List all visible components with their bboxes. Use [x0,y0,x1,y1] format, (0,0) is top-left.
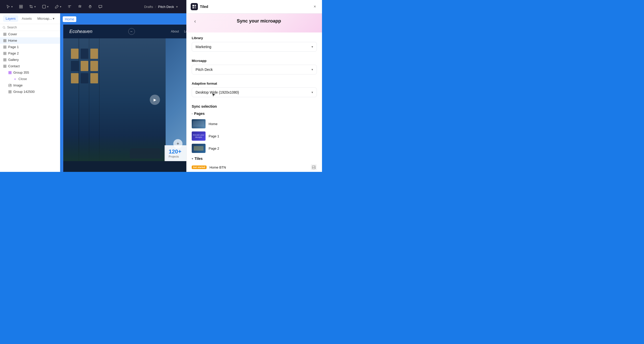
sync-header: ‹ Sync your microapp [192,18,317,27]
layer-gallery-label: Gallery [8,58,19,62]
svg-rect-27 [4,65,5,66]
tiles-collapse-icon: ▾ [192,157,193,160]
text-tool[interactable]: T [66,3,74,10]
stat1-label: Projects [169,155,181,158]
layer-home[interactable]: Home [0,37,60,44]
svg-rect-33 [9,73,10,74]
crop-tool[interactable]: ▾ [27,3,38,10]
editor-container: ▾ ▾ ▾ ▾ T [0,0,322,172]
layer-page1-label: Page 1 [8,45,19,49]
pages-header[interactable]: › Pages [192,112,317,116]
svg-rect-43 [192,7,194,8]
svg-rect-1 [21,5,23,6]
page-thumb-page2 [192,144,206,153]
svg-rect-44 [195,7,196,8]
page-thumb-page1: Elevate your lifestyle [192,131,206,141]
svg-rect-12 [5,39,6,40]
page2-label: Page 2 [209,147,219,150]
stat1-number: 120+ [169,148,181,155]
svg-rect-24 [5,59,6,60]
layer-contact[interactable]: Contact [0,63,60,69]
sync-selection: Sync selection › Pages Home [187,101,322,172]
panel-header-left: Tiled [191,3,208,10]
layer-gallery[interactable]: Gallery [0,57,60,63]
layer-cover[interactable]: Cover [0,31,60,37]
breadcrumb-drafts[interactable]: Drafts [144,5,153,9]
adaptive-format-label: Adaptive format [192,82,317,85]
svg-point-46 [314,166,315,167]
svg-rect-16 [5,46,6,47]
sync-selection-title: Sync selection [192,104,317,108]
tile-homebtn-label: Home BTN [210,165,226,169]
frame-tool[interactable] [17,3,25,10]
layer-group142500[interactable]: Group 142500 [0,88,60,95]
grid-icon [3,32,7,36]
svg-rect-41 [192,5,194,6]
group-icon-355 [8,71,12,74]
component-tool[interactable] [76,3,84,10]
nav-about: About [171,30,179,33]
svg-rect-42 [195,5,196,6]
svg-rect-0 [19,5,21,6]
svg-rect-25 [4,60,5,61]
svg-rect-9 [4,35,5,36]
layer-page2[interactable]: Page 2 [0,50,60,57]
pen-tool[interactable]: ▾ [53,3,63,10]
svg-rect-8 [5,33,6,34]
comment-tool[interactable] [96,3,104,10]
svg-text:T: T [68,6,69,8]
tiled-icon [192,4,197,9]
svg-rect-14 [5,41,6,42]
layer-page1[interactable]: Page 1 [0,44,60,50]
svg-rect-28 [5,65,6,66]
tab-assets[interactable]: Assets [19,15,34,22]
pages-section: › Pages Home [192,112,317,154]
svg-rect-11 [4,39,5,40]
adaptive-format-value: Desktop Wide (1920x1080) [196,90,239,94]
toolbar-breadcrumb: Drafts / Pitch Deck ▾ [144,5,178,9]
svg-rect-21 [4,54,5,55]
tab-microapp[interactable]: Microap... ▾ [35,15,57,22]
svg-rect-17 [4,47,5,48]
search-input[interactable] [7,26,57,29]
layer-image[interactable]: Image [0,82,60,88]
grid-icon-gallery [3,58,7,62]
canvas-home-label[interactable]: Home [63,16,76,22]
svg-rect-7 [4,33,5,34]
breadcrumb-chevron[interactable]: ▾ [176,5,178,9]
layer-close-label: Close [18,77,27,81]
breadcrumb-separator: / [155,5,156,9]
panel-close-button[interactable]: × [312,4,318,10]
select-tool[interactable]: ▾ [4,3,15,10]
tiles-section: ▾ Tiles Get started Home BTN [192,157,317,172]
microapp-select[interactable]: Pitch Deck ▾ [192,65,317,74]
microapp-value: Pitch Deck [196,68,213,72]
page-item-home: Home [192,118,317,130]
tab-layers[interactable]: Layers [3,15,18,22]
back-button[interactable]: ‹ [192,18,198,24]
grid-icon-contact [3,64,7,68]
play-button[interactable]: ▶ [150,95,160,105]
search-icon [3,26,6,29]
adaptive-format-select[interactable]: Desktop Wide (1920x1080) ▾ [192,87,317,97]
hand-tool[interactable] [86,3,94,10]
adaptive-format-chevron: ▾ [312,91,313,94]
page-home-label: Home [209,122,218,126]
svg-rect-38 [10,91,11,92]
library-value: Marketing [196,45,211,49]
layer-image-label: Image [13,83,23,87]
layer-group355[interactable]: Group 355 [0,69,60,76]
adaptive-format-section: Adaptive format Desktop Wide (1920x1080)… [187,78,322,101]
page-thumb-home [192,119,206,128]
sync-title: Sync your microapp [201,18,317,24]
svg-rect-19 [4,52,5,53]
left-sidebar: Layers Assets Microap... ▾ Cover [0,13,60,172]
page-item-page2: Page 2 [192,142,317,154]
layer-close[interactable]: ◈ Close [0,76,60,82]
library-select[interactable]: Marketing ▾ [192,42,317,52]
diamond-icon-close: ◈ [13,77,17,81]
tiles-header[interactable]: ▾ Tiles [192,157,317,161]
svg-rect-3 [21,7,23,8]
shape-tool[interactable]: ▾ [40,3,51,10]
microapp-chevron: ▾ [312,68,313,71]
